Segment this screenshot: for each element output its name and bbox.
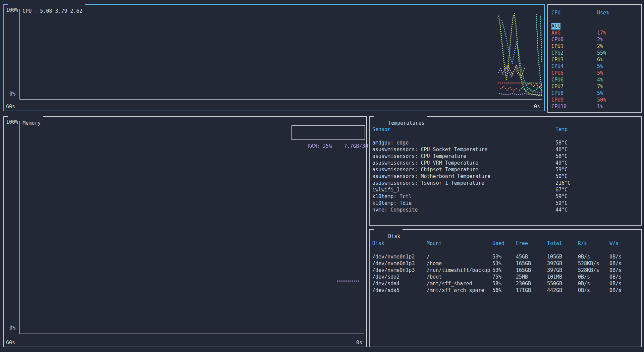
sensor-name: nvme: Composite [372,207,555,213]
ram-usage-box: RAM: 25% 7.7GB/30.5GB [291,125,365,140]
disk-used: 75% [492,274,516,280]
sensor-temp: 58°C [555,153,641,160]
cpu-core-usage: 50% [597,97,606,103]
sensor-temp: 59°C [555,166,641,173]
disk-write: 0B/s [609,274,641,280]
cpu-list-row[interactable]: CPU1 2% [548,43,641,50]
sensor-name: k10temp: Tdie [372,200,555,207]
disk-write: 0B/s [609,280,641,287]
memory-panel[interactable]: Memory 100% 0% RAM: 25% 7.7GB/30.5GB 60s… [3,116,367,347]
disk-read: 528KB/s [578,267,609,274]
disk-free: 25MB [516,274,547,280]
sensor-temp: 46°C [555,146,641,153]
temperatures-header: Sensor Temp [370,126,641,133]
sensor-name: asuswmisensors: Tsensor 1 Temperature [372,180,555,186]
sensor-temp: 50°C [555,173,641,180]
cpu-core-usage: 4% [597,76,603,83]
cpu-core-usage: 5% [597,63,603,70]
disk-read: 0B/s [578,274,609,280]
disk-read: 528KB/s [578,260,609,267]
disk-used: 56% [492,287,516,294]
temperature-row: nvme: Composite 44°C [370,207,641,213]
cpu-list-row[interactable]: CPU4 5% [548,63,641,70]
disk-rows: /dev/nvme0n1p2 / 53% 45GB 105GB 0B/s 0B/… [370,253,641,294]
disk-write: 0B/s [609,260,641,267]
cpu-list-row[interactable]: All [548,23,641,30]
sensor-temp: 67°C [555,186,641,193]
cpu-core-usage: 55% [597,50,606,56]
cpu-list-row[interactable]: CPU3 6% [548,56,641,63]
memory-y-min-label: 0% [9,325,15,331]
sensor-name: asuswmisensors: Chipset Temperature [372,166,555,173]
cpu-list-panel[interactable]: CPU Use% All AVG 17% CPU0 2% CPU1 2% [547,4,642,113]
cpu-core-label: CPU3 [551,56,564,63]
temperature-row: asuswmisensors: Chipset Temperature 59°C [370,166,641,173]
disk-header: Disk Mount Used Free Total R/s W/s [370,240,641,247]
cpu-x-right-label: 0s [534,104,540,109]
disk-used: 53% [492,253,516,260]
cpu-core-label: CPU8 [551,90,564,97]
sensor-temp: 58°C [555,139,641,146]
disk-row: /dev/nvme0n1p2 / 53% 45GB 105GB 0B/s 0B/… [370,253,641,260]
memory-x-left-label: 60s [6,340,15,345]
cpu-core-usage: 7% [597,83,603,90]
disk-panel-title-label: Disk [388,233,400,239]
cpu-list-header-cpu: CPU [551,9,597,16]
cpu-list-header: CPU Use% [548,9,641,16]
disk-header-mount: Mount [427,240,492,247]
cpu-core-label: CPU4 [551,63,564,70]
cpu-list-row[interactable]: AVG 17% [548,30,641,36]
temperatures-header-sensor: Sensor [372,126,555,133]
cpu-core-label: CPU6 [551,76,564,83]
disk-read: 0B/s [578,253,609,260]
disk-used: 53% [492,267,516,274]
cpu-core-label: CPU2 [551,50,564,56]
sensor-name: asuswmisensors: CPU VRM Temperature [372,160,555,166]
cpu-core-label: AVG [551,30,560,36]
disk-header-total: Total [547,240,578,247]
cpu-list-row[interactable]: CPU0 2% [548,36,641,43]
cpu-list-row[interactable]: CPU8 5% [548,90,641,97]
cpu-list-row[interactable]: CPU9 50% [548,97,641,103]
cpu-core-label: CPU1 [551,43,564,50]
temperature-row: asuswmisensors: Tsensor 1 Temperature 21… [370,180,641,186]
cpu-core-label: CPU0 [551,36,564,43]
cpu-panel[interactable]: CPU─5.08 3.79 2.62 100% 0% 60s 0s [3,4,545,111]
disk-device: /dev/nvme0n1p3 [372,260,427,267]
cpu-list-row[interactable]: CPU2 55% [548,50,641,56]
cpu-core-usage: 2% [597,36,603,43]
disk-mount: / [427,253,492,260]
disk-write: 0B/s [609,253,641,260]
cpu-y-max-label: 100% [6,7,18,13]
sensor-temp: 44°C [555,207,641,213]
memory-x-axis [19,334,364,334]
sensor-name: amdgpu: edge [372,139,555,146]
disk-mount: /mnt/sff_arch_spare [427,287,492,294]
disk-header-free: Free [516,240,547,247]
cpu-list-row[interactable]: CPU5 5% [548,70,641,76]
sensor-temp: 59°C [555,200,641,207]
memory-usage-graph [20,121,364,334]
disk-free: 45GB [516,253,547,260]
temperatures-panel[interactable]: Temperatures Sensor Temp amdgpu: edge 58… [369,116,642,226]
cpu-list-row[interactable]: CPU6 4% [548,76,641,83]
disk-mount: /run/timeshift/backup [427,267,492,274]
temperature-row: asuswmisensors: CPU VRM Temperature 49°C [370,160,641,166]
disk-used: 53% [492,260,516,267]
disk-row: /dev/sda4 /mnt/sff_shared 58% 230GB 550G… [370,280,641,287]
sensor-name: asuswmisensors: Motherboard Temperature [372,173,555,180]
temperatures-panel-title-label: Temperatures [388,120,424,126]
disk-panel[interactable]: Disk Disk Mount Used Free Total R/s W/s … [369,229,642,347]
cpu-list-row[interactable]: CPU7 7% [548,83,641,90]
disk-write: 0B/s [609,267,641,274]
disk-row: /dev/nvme0n1p3 /run/timeshift/backup 53%… [370,267,641,274]
sensor-name: asuswmisensors: CPU Temperature [372,153,555,160]
cpu-list-row[interactable]: CPU10 1% [548,103,641,110]
disk-header-rs: R/s [578,240,609,247]
cpu-x-left-label: 60s [6,104,15,109]
system-monitor-screen: { "cpu_panel": { "title": "CPU", "separa… [0,0,644,352]
cpu-core-label: All [551,23,560,30]
disk-read: 0B/s [578,280,609,287]
disk-row: /dev/sda2 /boot 75% 25MB 101MB 0B/s 0B/s [370,274,641,280]
cpu-core-usage: 17% [597,30,606,36]
